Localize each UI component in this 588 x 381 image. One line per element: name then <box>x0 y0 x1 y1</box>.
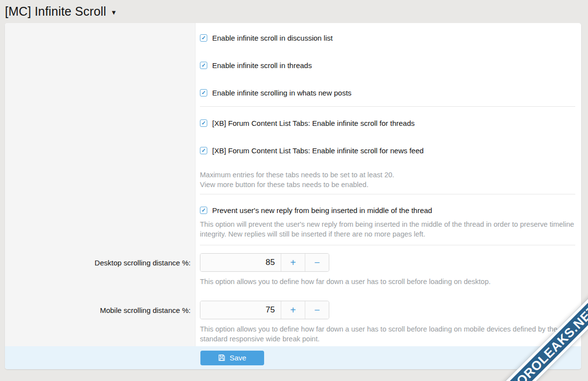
increment-button[interactable]: + <box>281 301 305 319</box>
note-line: View more button for these tabs needs to… <box>200 180 575 190</box>
option-row: ✓ [XB] Forum Content List Tabs: Enable i… <box>5 115 581 143</box>
checkbox-label[interactable]: [XB] Forum Content List Tabs: Enable inf… <box>212 119 415 127</box>
mobile-distance-stepper: + − <box>200 301 329 319</box>
options-panel: ✓ Enable infinite scroll in discussion l… <box>5 23 581 369</box>
section-divider <box>200 106 575 107</box>
option-explain: This option allows you to define how far… <box>200 324 575 344</box>
checkbox-checked-icon[interactable]: ✓ <box>200 62 207 69</box>
option-label-cell <box>5 115 196 134</box>
chevron-down-icon: ▼ <box>111 7 117 16</box>
option-row: Mobile scrolling distance %: + − This op… <box>5 301 581 344</box>
checkbox-checked-icon[interactable]: ✓ <box>200 207 207 214</box>
page-title-menu[interactable]: [MC] Infinite Scroll ▼ <box>5 4 117 19</box>
option-label-cell <box>5 85 196 103</box>
option-label-cell <box>5 30 196 48</box>
option-explain: This option will prevent the user's new … <box>200 219 575 239</box>
checkbox-label[interactable]: Enable infinite scroll in discussion lis… <box>212 34 333 42</box>
panel-footer: Save <box>5 346 581 369</box>
checkbox-label[interactable]: [XB] Forum Content List Tabs: Enable inf… <box>212 146 424 155</box>
option-row: Desktop scrolling distance %: + − This o… <box>5 253 581 286</box>
option-label: Desktop scrolling distance %: <box>5 253 196 272</box>
desktop-distance-input[interactable] <box>200 254 281 271</box>
checkbox-checked-icon[interactable]: ✓ <box>200 119 207 127</box>
mobile-distance-input[interactable] <box>200 301 281 319</box>
option-label-cell <box>5 202 196 221</box>
checkbox-checked-icon[interactable]: ✓ <box>200 89 207 96</box>
option-row: ✓ Enable infinite scroll in threads <box>5 57 581 85</box>
checkbox-label[interactable]: Enable infinite scrolling in whats new p… <box>212 89 351 97</box>
option-label-cell <box>5 57 196 76</box>
checkbox-label[interactable]: Prevent user's new reply from being inse… <box>212 206 432 214</box>
checkbox-label[interactable]: Enable infinite scroll in threads <box>212 61 312 70</box>
save-button-label: Save <box>229 354 246 362</box>
save-icon <box>218 354 225 361</box>
section-divider <box>200 194 575 194</box>
increment-button[interactable]: + <box>281 254 305 271</box>
note-line: Maximum entries for these tabs needs to … <box>200 170 575 180</box>
section-divider <box>200 245 575 245</box>
page-header: [MC] Infinite Scroll ▼ <box>0 0 588 23</box>
option-explain: This option allows you to define how far… <box>200 277 575 286</box>
option-row: ✓ [XB] Forum Content List Tabs: Enable i… <box>5 143 581 190</box>
option-label: Mobile scrolling distance %: <box>5 301 196 319</box>
checkbox-checked-icon[interactable]: ✓ <box>200 34 207 42</box>
page-title: [MC] Infinite Scroll <box>5 4 106 19</box>
desktop-distance-stepper: + − <box>200 253 329 272</box>
option-row: ✓ Enable infinite scroll in discussion l… <box>5 30 581 57</box>
option-row: ✓ Prevent user's new reply from being in… <box>5 202 581 239</box>
option-row: ✓ Enable infinite scrolling in whats new… <box>5 85 581 103</box>
option-label-cell <box>5 143 196 161</box>
checkbox-checked-icon[interactable]: ✓ <box>200 147 207 154</box>
option-notes: Maximum entries for these tabs needs to … <box>200 170 575 190</box>
decrement-button[interactable]: − <box>305 301 329 319</box>
save-button[interactable]: Save <box>200 351 264 365</box>
decrement-button[interactable]: − <box>305 254 329 271</box>
